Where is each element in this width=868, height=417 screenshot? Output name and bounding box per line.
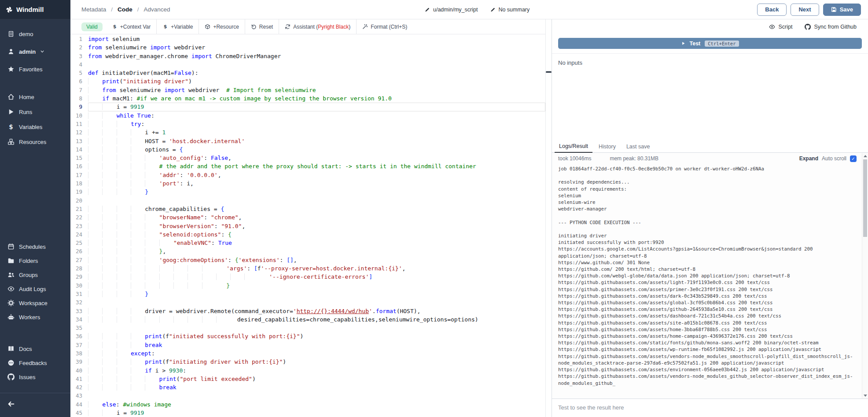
code-line-44[interactable]: 44 else: #windows image [70,400,545,409]
add-variable-button[interactable]: $ +Variable [156,19,199,34]
expand-button[interactable]: Expand [799,155,818,162]
code-line-5[interactable]: 5def initiateDriver(macM1=False): [70,69,545,77]
code-line-26[interactable]: 26 }, [70,247,545,255]
code-line-28[interactable]: 28 'args': [f'--proxy-server=host.docker… [70,264,545,273]
code-line-20[interactable]: 20 [70,196,545,205]
code-line-31[interactable]: 31 } [70,290,545,298]
format-button[interactable]: Format (Ctrl+S) [356,19,413,34]
code-line-45[interactable]: 45 i = 9919 [70,409,545,417]
line-number: 45 [70,409,82,417]
save-button[interactable]: Save [823,4,861,16]
code-line-2[interactable]: 2from seleniumwire import webdriver [70,43,545,52]
code-line-4[interactable]: 4 [70,60,545,69]
code-line-22[interactable]: 22 "browserName": "chrome", [70,213,545,221]
sidebar-item-schedules[interactable]: Schedules [0,240,70,254]
sidebar-item-issues[interactable]: Issues [0,370,70,384]
code-line-38[interactable]: 38 except: [70,349,545,358]
sidebar-item-variables[interactable]: $Variables [0,119,70,134]
sidebar-item-audit-logs[interactable]: Audit Logs [0,282,70,296]
code-line-41[interactable]: 41 print("port limit exceeded") [70,375,545,383]
code-line-30[interactable]: 30 } [70,281,545,290]
code-line-19[interactable]: 19 } [70,188,545,196]
logs-scrollbar[interactable] [862,153,868,399]
code-line-11[interactable]: 11 try: [70,120,545,128]
no-inputs-label: No inputs [558,59,582,66]
code-editor[interactable]: 1import selenium2from seleniumwire impor… [70,34,545,417]
sidebar-item-groups[interactable]: Groups [0,268,70,282]
scroll-up-icon[interactable] [864,155,867,157]
code-line-6[interactable]: 6 print("initiating driver") [70,77,545,85]
add-resource-button[interactable]: +Resource [199,19,244,34]
scroll-down-icon[interactable] [864,395,867,397]
code-line-27[interactable]: 27 'goog:chromeOptions': {'extensions': … [70,256,545,264]
top-header: Metadata/Code/Advanced u/admin/my_script… [70,0,868,19]
code-line-8[interactable]: 8 if macM1: #if we are on mac m1 -> cust… [70,94,545,103]
code-line-29[interactable]: 29 '--ignore-certificate-errors'] [70,273,545,281]
tab-metadata[interactable]: Metadata [81,6,106,13]
sidebar-item-folders[interactable]: Folders [0,254,70,268]
code-line-24[interactable]: 24 "selenoid:options": { [70,230,545,239]
code-line-15[interactable]: 15 'auto_config': False, [70,154,545,162]
code-line-39[interactable]: 39 print(f"initiating driver with port:{… [70,358,545,366]
code-line-25[interactable]: 25 "enableVNC": True [70,239,545,247]
script-path-edit[interactable]: u/admin/my_script [425,7,478,13]
code-line-9[interactable]: 9 i = 9919 [70,103,545,111]
code-line-42[interactable]: 42 break [70,383,545,391]
code-line-18[interactable]: 18 'port': i, [70,179,545,188]
sidebar-item-docs[interactable]: Docs [0,342,70,356]
app-logo[interactable]: Windmill [0,0,70,19]
script-preview-button[interactable]: Script [769,24,792,30]
code-line-35[interactable]: 35 [70,324,545,332]
auto-scroll-checkbox[interactable] [850,155,857,162]
code-line-16[interactable]: 16 # the addr and the port where the pro… [70,162,545,170]
code-line-12[interactable]: 12 i += 1 [70,128,545,137]
assistant-button[interactable]: Assistant (Pyright Black) [279,19,356,34]
sidebar-item-runs[interactable]: Runs [0,104,70,119]
code-line-17[interactable]: 17 'addr': '0.0.0.0', [70,171,545,179]
tab-advanced[interactable]: Advanced [144,6,170,13]
reset-button[interactable]: Reset [245,19,279,34]
assistant-mode: Pyright Black [318,24,349,30]
test-button[interactable]: Test Ctrl+Enter [558,38,862,49]
tab-logs-result[interactable]: Logs/Result [555,143,592,153]
user-menu[interactable]: admin [0,43,70,60]
sync-from-github-button[interactable]: Sync from Github [805,24,857,30]
code-line-37[interactable]: 37 break [70,341,545,349]
code-line-32[interactable]: 32 [70,298,545,306]
tab-last-save[interactable]: Last save [622,144,655,152]
tab-code[interactable]: Code [118,6,132,13]
sidebar-item-feedbacks[interactable]: Feedbacks [0,356,70,370]
back-button[interactable]: Back [757,4,787,16]
code-line-40[interactable]: 40 if i > 9930: [70,366,545,375]
sidebar-collapse-button[interactable] [0,393,70,417]
code-line-34[interactable]: 34 desired_capabilities=chrome_capabilit… [70,315,545,324]
sidebar-item-resources[interactable]: Resources [0,134,70,149]
code-line-36[interactable]: 36 print(f"initiated successfully with p… [70,332,545,340]
code-line-10[interactable]: 10 while True: [70,111,545,120]
code-line-21[interactable]: 21 chrome_capabilities = { [70,205,545,213]
sidebar-item-favorites[interactable]: Favorites [0,60,70,78]
panel-resize-handle[interactable] [546,19,552,417]
code-line-23[interactable]: 23 "browserVersion": "91.0", [70,222,545,230]
tab-history[interactable]: History [594,144,620,152]
play-icon [681,41,685,45]
scrollbar-thumb[interactable] [863,159,867,237]
sidebar-item-workers[interactable]: Workers [0,310,70,324]
code-line-33[interactable]: 33 driver = webdriver.Remote(command_exe… [70,307,545,315]
script-summary-edit[interactable]: No summary [490,7,530,13]
workspace-selector[interactable]: demo [0,25,70,43]
code-line-43[interactable]: 43 [70,391,545,400]
next-button[interactable]: Next [791,4,819,16]
save-icon [831,7,837,12]
code-line-14[interactable]: 14 options = { [70,145,545,154]
code-line-7[interactable]: 7 from seleniumwire import webdriver # I… [70,86,545,94]
sidebar-item-workspace[interactable]: Workspace [0,296,70,310]
building-icon [7,30,15,37]
code-line-13[interactable]: 13 HOST = 'host.docker.internal' [70,137,545,145]
sidebar-item-home[interactable]: Home [0,89,70,104]
code-line-1[interactable]: 1import selenium [70,35,545,43]
line-number: 31 [70,290,82,298]
code-line-3[interactable]: 3from webdriver_manager.chrome import Ch… [70,52,545,60]
resource-cube-icon [205,24,210,30]
add-context-var-button[interactable]: $ +Context Var [106,19,156,34]
